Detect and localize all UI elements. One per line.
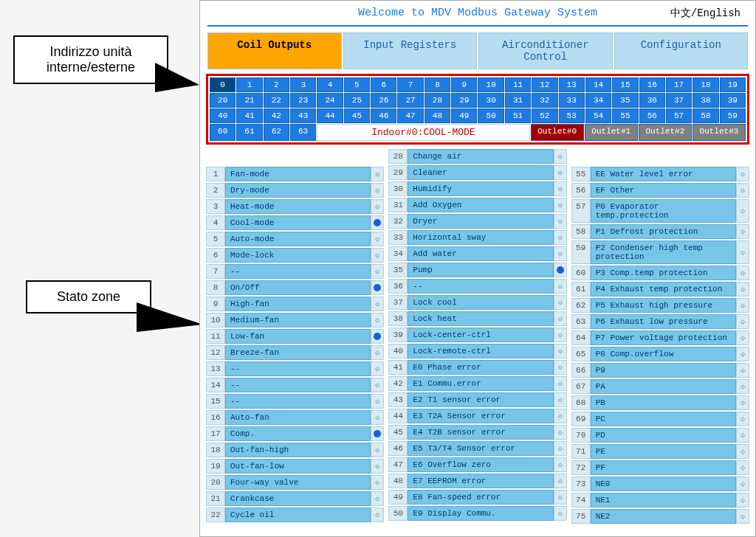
- divider: [207, 25, 748, 27]
- address-section: 012345678910111213141516171819 202122232…: [206, 74, 749, 145]
- address-cell-33[interactable]: 33: [559, 93, 585, 108]
- status-indicator-icon: [736, 298, 749, 313]
- address-cell-32[interactable]: 32: [532, 93, 557, 108]
- address-cell-56[interactable]: 56: [639, 108, 665, 123]
- address-cell-1[interactable]: 1: [236, 77, 262, 92]
- address-cell-21[interactable]: 21: [236, 93, 262, 108]
- status-indicator-icon: [554, 392, 567, 407]
- status-num: 43: [388, 392, 408, 407]
- address-cell-13[interactable]: 13: [559, 77, 585, 92]
- address-cell-59[interactable]: 59: [720, 108, 746, 123]
- address-cell-36[interactable]: 36: [639, 93, 665, 108]
- tab-input-registers[interactable]: Input Registers: [343, 32, 478, 69]
- outlet-button-1[interactable]: Outlet#1: [585, 124, 638, 141]
- address-cell-0[interactable]: 0: [210, 77, 236, 92]
- address-cell-18[interactable]: 18: [693, 77, 718, 92]
- address-cell-9[interactable]: 9: [451, 77, 477, 92]
- address-cell-51[interactable]: 51: [505, 108, 531, 123]
- address-cell-43[interactable]: 43: [290, 108, 316, 123]
- address-cell-45[interactable]: 45: [344, 108, 370, 123]
- address-cell-54[interactable]: 54: [585, 108, 611, 123]
- outlet-button-0[interactable]: Outlet#0: [531, 124, 584, 141]
- address-cell-57[interactable]: 57: [666, 108, 692, 123]
- address-cell-31[interactable]: 31: [505, 93, 531, 108]
- address-cell-4[interactable]: 4: [317, 77, 343, 92]
- status-label: PE: [591, 444, 736, 459]
- address-cell-37[interactable]: 37: [666, 93, 692, 108]
- address-cell-38[interactable]: 38: [693, 93, 718, 108]
- address-cell-35[interactable]: 35: [612, 93, 638, 108]
- address-cell-2[interactable]: 2: [264, 77, 289, 92]
- page-title: Welcome to MDV Modbus Gateway System: [358, 7, 597, 19]
- address-cell-17[interactable]: 17: [666, 77, 692, 92]
- lang-cn-link[interactable]: 中文: [670, 7, 691, 19]
- address-cell-58[interactable]: 58: [693, 108, 718, 123]
- address-cell-60[interactable]: 60: [210, 124, 236, 141]
- address-cell-6[interactable]: 6: [371, 77, 396, 92]
- status-label: --: [225, 361, 371, 376]
- address-cell-19[interactable]: 19: [720, 77, 746, 92]
- lang-en-link[interactable]: English: [697, 7, 740, 19]
- address-cell-48[interactable]: 48: [425, 108, 450, 123]
- address-cell-11[interactable]: 11: [505, 77, 531, 92]
- status-column-3: 55EE Water level error56EF Other57P0 Eva…: [571, 149, 749, 524]
- status-indicator-icon: [736, 224, 749, 239]
- address-cell-22[interactable]: 22: [264, 93, 289, 108]
- status-label: Lock cool: [408, 295, 553, 310]
- address-cell-55[interactable]: 55: [612, 108, 638, 123]
- callout-text: Stato zone: [57, 289, 120, 304]
- status-num: 55: [571, 167, 591, 181]
- address-cell-15[interactable]: 15: [612, 77, 638, 92]
- address-cell-53[interactable]: 53: [559, 108, 585, 123]
- address-cell-40[interactable]: 40: [210, 108, 236, 123]
- status-num: 32: [388, 214, 408, 229]
- address-cell-44[interactable]: 44: [317, 108, 343, 123]
- address-cell-25[interactable]: 25: [344, 93, 370, 108]
- status-row-36: 36--: [388, 279, 566, 294]
- address-cell-46[interactable]: 46: [371, 108, 396, 123]
- address-cell-63[interactable]: 63: [290, 124, 316, 141]
- indoor-mode-label: Indoor#0:COOL-MODE: [317, 124, 529, 141]
- address-cell-16[interactable]: 16: [639, 77, 665, 92]
- address-cell-10[interactable]: 10: [478, 77, 504, 92]
- address-cell-8[interactable]: 8: [425, 77, 450, 92]
- status-row-9: 9High-fan: [206, 297, 384, 311]
- status-num: 56: [571, 183, 591, 198]
- status-indicator-icon: [371, 507, 384, 522]
- address-cell-41[interactable]: 41: [236, 108, 262, 123]
- address-cell-29[interactable]: 29: [451, 93, 477, 108]
- address-cell-62[interactable]: 62: [264, 124, 289, 141]
- address-cell-27[interactable]: 27: [397, 93, 423, 108]
- tab-airconditioner-control[interactable]: Airconditioner Control: [478, 32, 613, 69]
- address-cell-26[interactable]: 26: [371, 93, 396, 108]
- address-cell-24[interactable]: 24: [317, 93, 343, 108]
- address-cell-47[interactable]: 47: [397, 108, 423, 123]
- status-indicator-icon: [736, 167, 749, 181]
- address-cell-20[interactable]: 20: [210, 93, 236, 108]
- status-row-41: 41E0 Phase error: [388, 360, 566, 375]
- tab-configuration[interactable]: Configuration: [614, 32, 749, 69]
- address-cell-52[interactable]: 52: [532, 108, 557, 123]
- address-cell-42[interactable]: 42: [264, 108, 289, 123]
- status-num: 64: [571, 330, 591, 345]
- tab-coil-outputs[interactable]: Coil Outputs: [207, 32, 342, 69]
- address-cell-7[interactable]: 7: [397, 77, 423, 92]
- address-cell-14[interactable]: 14: [585, 77, 611, 92]
- outlet-button-2[interactable]: Outlet#2: [639, 124, 692, 141]
- address-cell-50[interactable]: 50: [478, 108, 504, 123]
- address-cell-28[interactable]: 28: [425, 93, 450, 108]
- status-indicator-icon: [554, 506, 567, 521]
- address-cell-39[interactable]: 39: [720, 93, 746, 108]
- address-cell-12[interactable]: 12: [532, 77, 557, 92]
- address-cell-30[interactable]: 30: [478, 93, 504, 108]
- address-cell-49[interactable]: 49: [451, 108, 477, 123]
- address-cell-5[interactable]: 5: [344, 77, 370, 92]
- address-cell-61[interactable]: 61: [236, 124, 262, 141]
- status-row-35: 35Pump: [388, 263, 566, 277]
- outlet-button-3[interactable]: Outlet#3: [693, 124, 746, 141]
- address-cell-34[interactable]: 34: [585, 93, 611, 108]
- status-num: 42: [388, 376, 408, 391]
- address-cell-23[interactable]: 23: [290, 93, 316, 108]
- address-cell-3[interactable]: 3: [290, 77, 316, 92]
- status-label: --: [408, 279, 553, 294]
